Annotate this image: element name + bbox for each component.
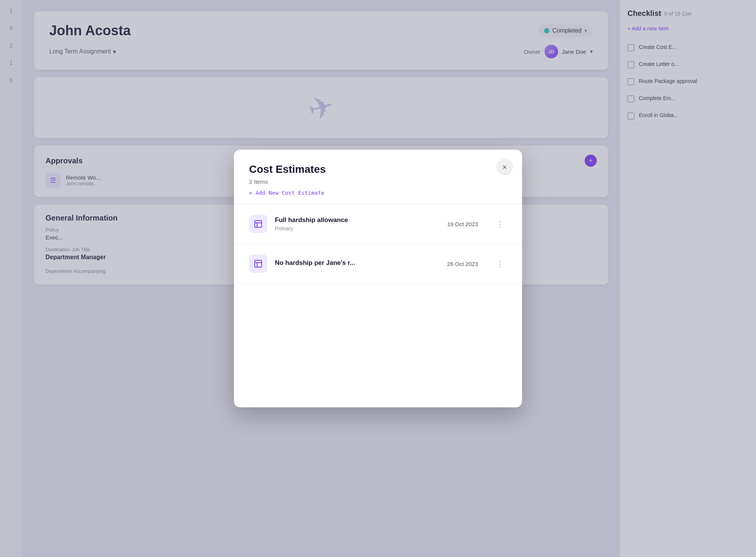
cost-item-date-1: 19 Oct 2023 (447, 221, 478, 227)
modal-title: Cost Estimates (249, 163, 507, 175)
cost-item-date-2: 26 Oct 2023 (447, 261, 478, 267)
modal-close-button[interactable]: × (496, 159, 513, 175)
modal-body: Full hardship allowance Primary 19 Oct 2… (234, 204, 522, 284)
add-cost-estimate-link[interactable]: + Add New Cost Estimate (249, 190, 324, 196)
svg-rect-0 (255, 221, 262, 227)
cost-item-info-2: No hardship per Jane's r... (275, 259, 439, 268)
cost-item-name-1: Full hardship allowance (275, 216, 439, 224)
cost-item-2: No hardship per Jane's r... 26 Oct 2023 … (234, 244, 522, 284)
cost-estimates-modal: Cost Estimates 2 Items + Add New Cost Es… (234, 150, 522, 407)
close-icon: × (502, 163, 507, 172)
cost-item-menu-1[interactable]: ⋮ (493, 218, 507, 230)
cost-item-name-2: No hardship per Jane's r... (275, 259, 439, 267)
cost-item-icon-2 (249, 255, 267, 273)
cost-item-info-1: Full hardship allowance Primary (275, 216, 439, 232)
modal-overlay[interactable]: Cost Estimates 2 Items + Add New Cost Es… (0, 0, 756, 557)
modal-subtitle: 2 Items (249, 178, 507, 185)
cost-item-type-1: Primary (275, 225, 439, 232)
cost-item-icon-1 (249, 215, 267, 233)
svg-rect-3 (255, 260, 262, 267)
cost-item-1: Full hardship allowance Primary 19 Oct 2… (234, 204, 522, 244)
cost-item-menu-2[interactable]: ⋮ (493, 258, 507, 270)
modal-header: Cost Estimates 2 Items + Add New Cost Es… (234, 150, 522, 204)
